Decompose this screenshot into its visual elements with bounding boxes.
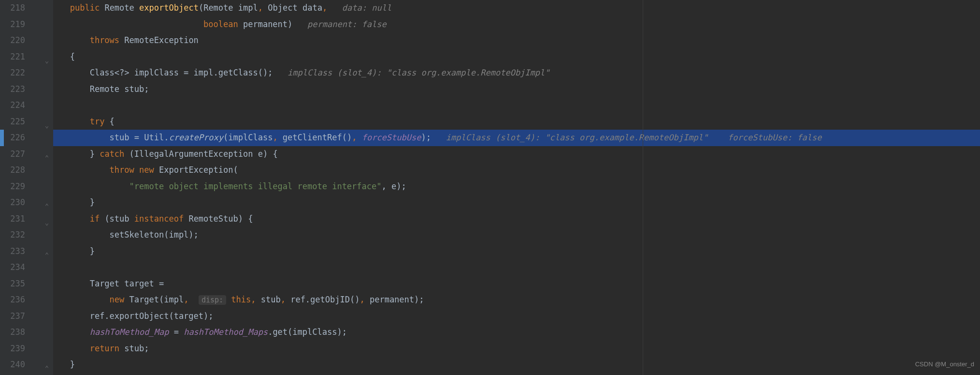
line-number[interactable]: 233 — [0, 243, 25, 260]
code-line-231[interactable]: if (stub instanceof RemoteStub) { — [53, 211, 980, 227]
code-line-226[interactable]: stub = Util.createProxy(implClass, getCl… — [53, 130, 980, 146]
code-line-236[interactable]: new Target(impl, disp: this, stub, ref.g… — [53, 292, 980, 308]
code-line-230[interactable]: } — [53, 195, 980, 211]
line-number-gutter[interactable]: 2182192202212222232242252262272282292302… — [0, 0, 29, 375]
line-number[interactable]: 235 — [0, 276, 25, 292]
fold-open-icon[interactable] — [43, 215, 50, 232]
inlay-hint: implClass (slot_4): "class org.example.R… — [288, 68, 549, 77]
fold-close-icon[interactable] — [43, 198, 50, 215]
code-line-235[interactable]: Target target = — [53, 276, 980, 292]
line-number[interactable]: 222 — [0, 65, 25, 81]
code-line-232[interactable]: setSkeleton(impl); — [53, 227, 980, 243]
line-number[interactable]: 239 — [0, 341, 25, 357]
watermark: CSDN @M_onster_d — [915, 356, 974, 373]
fold-open-icon[interactable] — [43, 53, 50, 70]
line-number[interactable]: 227 — [0, 146, 25, 163]
code-line-229[interactable]: "remote object implements illegal remote… — [53, 179, 980, 195]
code-line-228[interactable]: throw new ExportException( — [53, 162, 980, 179]
line-number[interactable]: 237 — [0, 308, 25, 325]
code-line-239[interactable]: return stub; — [53, 341, 980, 357]
code-line-223[interactable]: Remote stub; — [53, 81, 980, 98]
line-number[interactable]: 236 — [0, 292, 25, 308]
line-number[interactable]: 218 — [0, 0, 25, 16]
line-number[interactable]: 234 — [0, 259, 25, 276]
line-number[interactable]: 228 — [0, 162, 25, 179]
code-line-222[interactable]: Class<?> implClass = impl.getClass(); im… — [53, 65, 980, 81]
fold-open-icon[interactable] — [43, 118, 50, 135]
code-line-227[interactable]: } catch (IllegalArgumentException e) { — [53, 146, 980, 163]
code-line-238[interactable]: hashToMethod_Map = hashToMethod_Maps.get… — [53, 324, 980, 341]
code-line-218[interactable]: public Remote exportObject(Remote impl, … — [53, 0, 980, 16]
line-number[interactable]: 223 — [0, 81, 25, 98]
code-line-224[interactable] — [53, 97, 980, 114]
code-area[interactable]: public Remote exportObject(Remote impl, … — [53, 0, 980, 375]
fold-close-icon[interactable] — [43, 360, 50, 375]
line-number[interactable]: 221 — [0, 49, 25, 65]
line-number[interactable]: 230 — [0, 195, 25, 211]
code-line-220[interactable]: throws RemoteException — [53, 32, 980, 49]
line-number[interactable]: 224 — [0, 97, 25, 114]
line-number[interactable]: 229 — [0, 179, 25, 195]
code-editor[interactable]: 2182192202212222232242252262272282292302… — [0, 0, 980, 375]
line-number[interactable]: 238 — [0, 324, 25, 341]
line-number[interactable]: 219 — [0, 16, 25, 33]
fold-close-icon[interactable] — [43, 247, 50, 264]
inlay-hint: forceStubUse: false — [728, 133, 821, 142]
code-line-221[interactable]: { — [53, 49, 980, 65]
code-line-219[interactable]: boolean permanent) permanent: false — [53, 16, 980, 33]
inlay-hint: data: null — [342, 3, 391, 13]
code-line-240[interactable]: } — [53, 357, 980, 373]
inlay-hint: permanent: false — [307, 19, 387, 29]
line-number[interactable]: 232 — [0, 227, 25, 243]
line-number[interactable]: 220 — [0, 32, 25, 49]
fold-gutter[interactable] — [29, 0, 53, 375]
inlay-hint: implClass (slot_4): "class org.example.R… — [446, 133, 708, 142]
right-margin-guide — [643, 0, 643, 375]
line-number[interactable]: 225 — [0, 114, 25, 130]
line-number[interactable]: 231 — [0, 211, 25, 227]
code-line-233[interactable]: } — [53, 243, 980, 260]
parameter-hint: disp: — [199, 295, 226, 305]
code-line-237[interactable]: ref.exportObject(target); — [53, 308, 980, 325]
execution-point-marker — [0, 130, 4, 146]
fold-close-icon[interactable] — [43, 150, 50, 167]
code-line-225[interactable]: try { — [53, 114, 980, 130]
code-line-234[interactable] — [53, 259, 980, 276]
line-number[interactable]: 240 — [0, 357, 25, 373]
